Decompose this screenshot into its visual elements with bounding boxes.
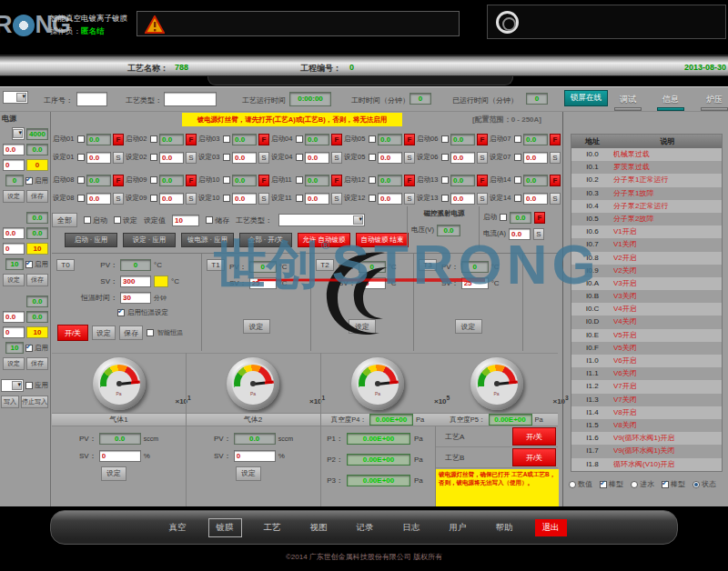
set-channel-input[interactable] [232, 193, 257, 205]
channel-s-button[interactable]: S [550, 193, 561, 205]
action-button[interactable]: 设定 · 应用 [123, 233, 176, 247]
channel-s-button[interactable]: S [404, 193, 415, 205]
t0-smart-checkbox[interactable] [147, 329, 154, 336]
enable-checkbox[interactable] [25, 345, 33, 352]
process-onoff-button[interactable]: 开/关 [512, 448, 556, 466]
set-channel-input[interactable] [232, 152, 257, 164]
channel-f-button[interactable]: F [331, 134, 342, 145]
set-channel-input[interactable] [450, 193, 475, 205]
mag-f-button[interactable]: F [534, 212, 545, 224]
channel-s-button[interactable]: S [477, 152, 488, 164]
sidebar-input[interactable] [3, 243, 25, 255]
recipe-type-input[interactable] [164, 92, 217, 106]
option-radio[interactable] [693, 481, 700, 488]
set-channel-input[interactable] [378, 193, 402, 205]
sidebar-set-button[interactable]: 设定 [3, 274, 25, 286]
t0-onoff-button[interactable]: 开/关 [57, 325, 88, 341]
sidebar-set-button[interactable]: 设定 [3, 357, 25, 370]
set-channel-checkbox[interactable] [441, 154, 449, 161]
tab-信息[interactable]: 信息 [662, 94, 679, 105]
set-channel-checkbox[interactable] [223, 195, 230, 202]
channel-f-button[interactable]: F [477, 175, 488, 186]
start-channel-checkbox[interactable] [296, 135, 303, 143]
start-channel-checkbox[interactable] [514, 176, 521, 184]
nav-item-用户[interactable]: 用户 [442, 519, 474, 536]
start-channel-checkbox[interactable] [296, 176, 303, 184]
channel-f-button[interactable]: F [186, 175, 197, 186]
action-button[interactable]: 自动镀膜 结束 [356, 233, 409, 247]
channel-f-button[interactable]: F [550, 175, 561, 186]
action-button[interactable]: 启动 · 应用 [65, 233, 117, 247]
set-channel-input[interactable] [86, 193, 111, 205]
bulk-start-checkbox[interactable] [84, 216, 91, 224]
sv-input[interactable] [461, 277, 489, 289]
sidebar-save-button[interactable]: 保存 [26, 357, 48, 370]
t2-set-button[interactable]: 设定 [349, 319, 376, 334]
channel-f-button[interactable]: F [258, 134, 269, 145]
set-channel-checkbox[interactable] [296, 195, 303, 202]
tab-调试[interactable]: 调试 [620, 94, 636, 105]
channel-s-button[interactable]: S [186, 152, 197, 164]
sidebar-input[interactable] [3, 144, 25, 155]
action-button[interactable]: 允许 自动镀膜 [298, 233, 350, 247]
set-channel-checkbox[interactable] [369, 195, 376, 202]
start-channel-checkbox[interactable] [150, 135, 157, 143]
sv-input[interactable] [249, 277, 277, 289]
option-radio[interactable] [569, 481, 576, 488]
channel-s-button[interactable]: S [477, 193, 488, 205]
start-channel-checkbox[interactable] [223, 176, 230, 184]
sv-input[interactable] [359, 277, 386, 289]
setval-input[interactable] [172, 215, 199, 226]
channel-s-button[interactable]: S [331, 152, 342, 164]
set-channel-input[interactable] [86, 152, 111, 164]
sidebar-input[interactable] [3, 159, 25, 171]
t0-sv-input[interactable] [120, 275, 151, 287]
start-channel-checkbox[interactable] [150, 176, 157, 184]
tab-炉压[interactable]: 炉压 [706, 94, 723, 105]
channel-f-button[interactable]: F [331, 175, 342, 186]
nav-item-真空[interactable]: 真空 [162, 519, 194, 536]
all-button[interactable]: 全部 [52, 213, 77, 227]
start-channel-checkbox[interactable] [441, 135, 449, 143]
t0-enable-checkbox[interactable] [117, 309, 125, 316]
channel-f-button[interactable]: F [477, 134, 488, 145]
sidebar-save-button[interactable]: 保存 [26, 190, 48, 203]
set-channel-input[interactable] [523, 152, 548, 164]
nav-item-记录[interactable]: 记录 [349, 519, 381, 536]
sidebar-input[interactable] [3, 326, 25, 338]
channel-f-button[interactable]: F [404, 175, 415, 186]
bulk-set-checkbox[interactable] [114, 216, 121, 224]
sidebar-select[interactable] [1, 379, 24, 392]
nav-item-退出[interactable]: 退出 [535, 519, 567, 536]
set-channel-checkbox[interactable] [77, 195, 85, 202]
t3-set-button[interactable]: 设定 [455, 319, 482, 334]
set-channel-checkbox[interactable] [77, 154, 85, 161]
set-channel-checkbox[interactable] [514, 154, 521, 161]
channel-s-button[interactable]: S [331, 193, 342, 205]
set-channel-input[interactable] [305, 193, 329, 205]
channel-s-button[interactable]: S [258, 152, 269, 164]
apply-checkbox[interactable] [25, 382, 33, 389]
nav-item-工艺[interactable]: 工艺 [257, 519, 288, 536]
set-channel-checkbox[interactable] [369, 154, 376, 161]
start-channel-checkbox[interactable] [223, 135, 230, 143]
store-checkbox[interactable] [206, 216, 213, 224]
lock-screen-button[interactable]: 锁屏在线 [564, 90, 608, 106]
start-channel-checkbox[interactable] [77, 135, 85, 143]
set-channel-checkbox[interactable] [514, 195, 521, 202]
start-channel-checkbox[interactable] [441, 176, 449, 184]
t0-hold-input[interactable] [120, 292, 151, 304]
start-channel-checkbox[interactable] [369, 176, 376, 184]
channel-f-button[interactable]: F [113, 134, 124, 145]
flow-sv-input[interactable] [234, 450, 276, 462]
set-channel-input[interactable] [305, 152, 329, 164]
flow-set-button[interactable]: 设定 [236, 466, 261, 481]
start-channel-checkbox[interactable] [369, 135, 376, 143]
option-checkbox[interactable] [662, 481, 669, 488]
set-channel-input[interactable] [378, 152, 402, 164]
step-no-input[interactable] [76, 92, 107, 106]
channel-f-button[interactable]: F [404, 134, 415, 145]
set-channel-checkbox[interactable] [441, 195, 449, 202]
action-button[interactable]: 镀电源 · 应用 [181, 233, 234, 247]
channel-f-button[interactable]: F [550, 134, 561, 145]
